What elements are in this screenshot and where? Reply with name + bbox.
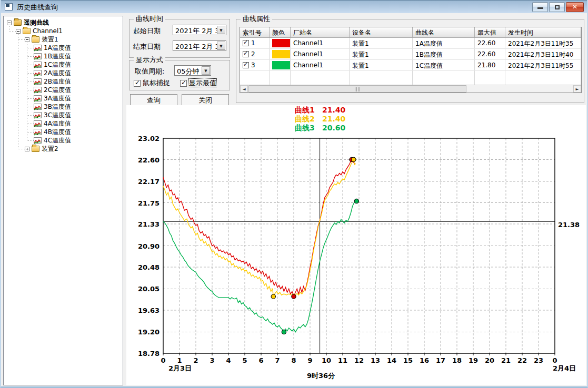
tree-item[interactable]: 装置1 <box>4 35 123 44</box>
folder-open-icon <box>14 19 22 26</box>
folder-icon <box>23 28 31 34</box>
device-cell: 装置1 <box>350 38 413 48</box>
query-button[interactable]: 查询 <box>130 94 177 106</box>
tree-item-label: 1B温度值 <box>44 52 71 60</box>
end-date-dropdown-arrow-icon[interactable]: ▼ <box>217 42 225 50</box>
gridlines <box>163 138 555 353</box>
y-tick-label: 18.78 <box>138 350 160 358</box>
close-dialog-button[interactable]: 关闭 <box>182 94 229 106</box>
tree-item[interactable]: 4B温度值 <box>4 128 123 136</box>
column-header[interactable]: 曲线名 <box>413 27 475 37</box>
x-tick-label: 18 <box>452 356 462 364</box>
empty-cell <box>291 71 350 86</box>
mouse-capture-checkbox-box[interactable]: ✓ <box>134 80 141 87</box>
period-dropdown-arrow-icon[interactable]: ▼ <box>202 66 210 75</box>
scroll-left-button[interactable]: ◄ <box>240 85 248 93</box>
column-header[interactable]: 最大值 <box>475 27 505 37</box>
tree-item[interactable]: 4C温度值 <box>4 136 123 145</box>
collapse-icon[interactable] <box>25 37 29 42</box>
column-header[interactable]: 厂站名 <box>291 27 350 37</box>
x-axis-end-date: 2月4日 <box>553 364 576 372</box>
tree-item[interactable]: 1B温度值 <box>4 52 123 60</box>
start-date-dropdown-arrow-icon[interactable]: ▼ <box>217 26 225 34</box>
telemetry-tree[interactable]: 遥测曲线Channel1装置11A温度值1B温度值1C温度值2A温度值2B温度值… <box>3 16 123 385</box>
collapse-icon[interactable] <box>7 21 12 25</box>
title-bar[interactable]: 历史曲线查询 ✕ <box>1 0 587 13</box>
tree-item[interactable]: 2A温度值 <box>4 69 123 77</box>
x-tick-label: 9 <box>307 356 312 364</box>
check-icon: ✓ <box>243 50 248 57</box>
legend-curve-name: 曲线3 <box>295 124 322 133</box>
curve-enabled-checkbox[interactable]: ✓ <box>243 40 249 46</box>
period-value: 05分钟 <box>177 67 200 76</box>
curve-enabled-checkbox[interactable]: ✓ <box>243 51 249 57</box>
collapse-icon[interactable] <box>16 29 21 34</box>
check-icon: ✓ <box>243 39 248 46</box>
tree-item[interactable]: 2B温度值 <box>4 77 123 86</box>
curve-enabled-cell: ✓3 <box>240 60 270 70</box>
close-button[interactable]: ✕ <box>566 2 584 12</box>
mouse-capture-checkbox[interactable]: ✓鼠标捕捉 <box>134 79 170 87</box>
tree-item-label: 3B温度值 <box>44 103 71 111</box>
folder-icon <box>32 146 39 152</box>
x-tick-label: 3 <box>210 356 214 364</box>
tree-item[interactable]: 1C温度值 <box>4 60 123 69</box>
x-tick-label: 0 <box>161 356 165 364</box>
tree-item[interactable]: 装置2 <box>4 145 123 153</box>
column-header[interactable]: 设备名 <box>350 27 413 37</box>
tree-item[interactable]: 2C温度值 <box>4 86 123 94</box>
y-tick-label: 22.17 <box>138 178 160 186</box>
tree-item[interactable]: Channel1 <box>4 27 123 35</box>
end-date-picker[interactable]: 2021年 2月 3 ▼ <box>173 40 226 51</box>
tree-connector <box>18 149 25 149</box>
curve-icon <box>34 87 42 93</box>
tree-item[interactable]: 3A温度值 <box>4 94 123 103</box>
curve-properties-table[interactable]: 索引号颜色厂站名设备名曲线名最大值发生时间 ✓1Channel1装置11A温度值… <box>240 27 582 93</box>
tree-connector <box>27 115 34 116</box>
column-header[interactable]: 颜色 <box>270 27 291 37</box>
curve-color-cell <box>270 60 291 70</box>
table-header: 索引号颜色厂站名设备名曲线名最大值发生时间 <box>240 27 581 38</box>
device-cell: 装置1 <box>350 49 413 59</box>
curve-row[interactable]: ✓3Channel1装置11C温度值21.802021年2月3日11时55 <box>240 60 581 71</box>
restore-button[interactable] <box>549 2 565 12</box>
curve-enabled-checkbox[interactable]: ✓ <box>243 62 249 68</box>
tree-connector <box>27 132 34 132</box>
minimize-icon <box>537 7 543 9</box>
curve-color-cell <box>270 38 291 48</box>
horizontal-scrollbar[interactable]: ◄ ► <box>240 85 581 93</box>
expand-icon[interactable] <box>25 147 29 151</box>
scroll-right-button[interactable]: ► <box>573 85 581 93</box>
minimize-button[interactable] <box>532 2 548 12</box>
tree-item[interactable]: 3C温度值 <box>4 111 123 119</box>
column-header[interactable]: 索引号 <box>240 27 270 37</box>
curve-row[interactable]: ✓1Channel1装置11A温度值22.602021年2月3日11时35 <box>240 38 581 49</box>
y-tick-label: 19.20 <box>138 328 160 336</box>
tree-item-label: 3C温度值 <box>44 111 71 119</box>
max-value-cell: 22.60 <box>475 38 505 48</box>
x-tick-label: 21 <box>501 356 511 364</box>
curve-icon <box>34 137 42 144</box>
empty-cell <box>350 71 413 86</box>
column-header[interactable]: 发生时间 <box>505 27 581 37</box>
history-curve-chart[interactable]: 23.0222.6022.1721.7521.3320.9020.4820.05… <box>126 105 586 385</box>
tree-item[interactable]: 1A温度值 <box>4 44 123 52</box>
legend-curve-value: 21.40 <box>322 106 345 114</box>
x-tick-label: 13 <box>371 356 380 364</box>
scrollbar-thumb[interactable] <box>248 85 466 93</box>
period-select[interactable]: 05分钟 ▼ <box>174 65 211 76</box>
start-date-picker[interactable]: 2021年 2月 3 ▼ <box>173 25 226 35</box>
show-extremes-checkbox-box[interactable]: ✓ <box>180 80 187 87</box>
x-tick-label: 19 <box>469 356 478 364</box>
curve-time-group: 曲线时间 起始日期 2021年 2月 3 ▼ 结束日期 2021年 2月 3 ▼ <box>129 19 230 58</box>
x-tick-label: 8 <box>291 356 296 364</box>
x-axis-start-date: 2月3日 <box>168 364 192 372</box>
crosshair-value-label: 21.38 <box>558 221 580 229</box>
tree-item[interactable]: 3B温度值 <box>4 103 123 111</box>
curve-row[interactable]: ✓2Channel1装置11B温度值22.602021年2月3日11时40 <box>240 49 581 60</box>
tree-connector <box>27 124 34 124</box>
tree-item[interactable]: 4A温度值 <box>4 119 123 128</box>
tree-item[interactable]: 遥测曲线 <box>4 18 123 27</box>
curve-icon <box>34 120 42 127</box>
show-extremes-checkbox[interactable]: ✓显示最值 <box>180 79 216 87</box>
